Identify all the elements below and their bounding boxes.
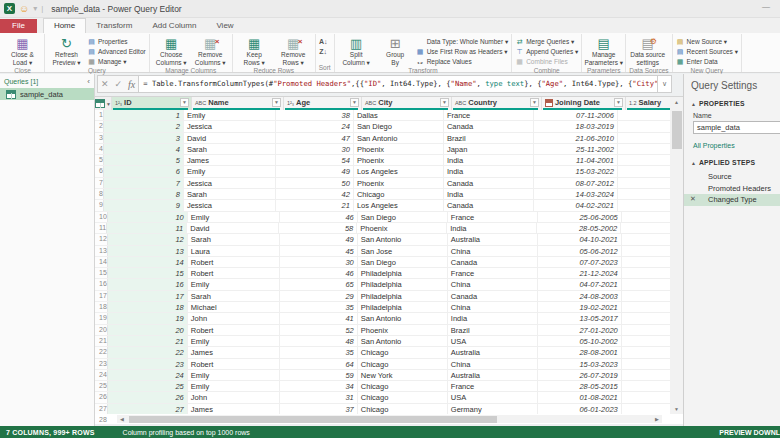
grid-cell[interactable]: 06-01-2023 (538, 404, 622, 414)
delete-step-icon[interactable]: ✕ (690, 195, 696, 203)
tab-file[interactable]: File (0, 19, 37, 33)
sort-ascending-button[interactable]: A↓ (319, 37, 330, 46)
grid-cell[interactable]: Chicago (358, 381, 448, 391)
grid-cell[interactable]: 42 (276, 189, 354, 199)
grid-cell[interactable]: 05-06-2012 (538, 246, 622, 256)
grid-cell[interactable]: Chicago (358, 392, 448, 402)
grid-cell[interactable]: Robert (188, 257, 280, 267)
applied-step-promoted-headers[interactable]: Promoted Headers (691, 183, 780, 195)
formula-input[interactable]: = Table.TransformColumnTypes(#"Promoted … (138, 75, 658, 93)
row-number[interactable]: 16 (95, 279, 108, 289)
grid-cell[interactable]: 64 (280, 359, 358, 369)
row-number[interactable]: 18 (95, 302, 108, 312)
column-header-joining-date[interactable]: Joining Date▼ (542, 97, 626, 110)
grid-cell[interactable]: Sarah (184, 144, 276, 154)
refresh-preview-button[interactable]: ↻RefreshPreview ▾ (48, 35, 85, 66)
grid-cell[interactable]: 58 (279, 223, 357, 233)
grid-cell[interactable]: 17 (108, 291, 188, 301)
row-number[interactable]: 27 (95, 404, 108, 414)
grid-cell[interactable]: 35 (280, 347, 358, 357)
scroll-left-icon[interactable]: ◀ (117, 416, 127, 422)
vertical-scroll-thumb[interactable] (672, 111, 682, 149)
grid-cell[interactable]: 23 (108, 359, 188, 369)
grid-cell[interactable]: Brazil (448, 325, 538, 335)
grid-cell[interactable]: Australia (448, 347, 538, 357)
row-number[interactable]: 15 (95, 268, 108, 278)
vertical-scrollbar[interactable]: ▲ ▼ (670, 97, 683, 414)
query-item-sample_data[interactable]: sample_data (0, 88, 94, 100)
properties-section-header[interactable]: ▲ PROPERTIES (691, 100, 780, 107)
grid-cell[interactable]: 25-06-2005 (538, 212, 622, 222)
grid-cell[interactable]: Michael (188, 302, 280, 312)
grid-cell[interactable]: 10 (108, 212, 188, 222)
column-header-id[interactable]: 1²₃ID▼ (112, 97, 192, 110)
grid-cell[interactable]: 24 (108, 370, 188, 380)
grid-cell[interactable]: France (448, 381, 538, 391)
grid-cell[interactable]: Philadelphia (358, 291, 448, 301)
grid-cell[interactable]: 25-11-2002 (534, 144, 618, 154)
merge-queries-button[interactable]: ⇄Merge Queries ▾ (515, 37, 578, 46)
grid-cell[interactable]: 27-01-2020 (538, 325, 622, 335)
grid-cell[interactable]: 9 (104, 200, 184, 210)
grid-cell[interactable]: 30 (280, 257, 358, 267)
grid-cell[interactable]: 11-04-2001 (534, 155, 618, 165)
grid-cell[interactable]: San Diego (358, 212, 448, 222)
grid-cell[interactable]: Chicago (354, 189, 444, 199)
grid-cell[interactable]: 5 (104, 155, 184, 165)
grid-cell[interactable]: 45 (280, 246, 358, 256)
grid-cell[interactable]: Phoenix (358, 325, 448, 335)
grid-cell[interactable]: Emily (188, 336, 280, 346)
recent-sources-button[interactable]: ▤Recent Sources ▾ (676, 47, 738, 56)
row-number[interactable]: 1 (95, 110, 104, 120)
tab-view[interactable]: View (206, 19, 243, 33)
grid-cell[interactable]: Phoenix (354, 178, 444, 188)
filter-dropdown-icon[interactable]: ▼ (350, 98, 359, 107)
grid-cell[interactable]: 21 (276, 200, 354, 210)
scroll-down-icon[interactable]: ▼ (670, 406, 683, 412)
grid-cell[interactable]: Canada (444, 178, 534, 188)
grid-cell[interactable]: India (447, 223, 537, 233)
grid-cell[interactable]: 49 (280, 234, 358, 244)
grid-cell[interactable]: Canada (448, 291, 538, 301)
grid-cell[interactable]: New York (358, 370, 448, 380)
row-number[interactable]: 2 (95, 121, 104, 131)
grid-cell[interactable]: Philadelphia (358, 302, 448, 312)
row-number[interactable]: 25 (95, 381, 108, 391)
group-by-button[interactable]: ⊞GroupBy (377, 35, 414, 66)
grid-cell[interactable]: 29 (280, 291, 358, 301)
column-header-age[interactable]: 1²₃Age▼ (284, 97, 362, 110)
grid-cell[interactable]: Laura (188, 246, 280, 256)
grid-cell[interactable]: 34 (280, 381, 358, 391)
grid-cell[interactable]: 21-06-2010 (534, 133, 618, 143)
row-number[interactable]: 11 (95, 223, 107, 233)
grid-cell[interactable]: Canada (444, 200, 534, 210)
formula-expand-icon[interactable]: ∨ (658, 75, 672, 93)
grid-cell[interactable]: 21-12-2024 (538, 268, 622, 278)
manage-parameters-button[interactable]: ▤ManageParameters ▾ (585, 35, 622, 66)
grid-cell[interactable]: 35 (280, 302, 358, 312)
row-number[interactable]: 20 (95, 325, 108, 335)
grid-cell[interactable]: Australia (448, 370, 538, 380)
grid-cell[interactable]: China (448, 246, 538, 256)
grid-cell[interactable]: John (188, 313, 280, 323)
grid-cell[interactable]: 07-07-2023 (538, 257, 622, 267)
row-number[interactable]: 12 (95, 234, 108, 244)
grid-cell[interactable]: France (448, 212, 538, 222)
grid-cell[interactable]: Emily (188, 381, 280, 391)
grid-cell[interactable]: James (188, 347, 280, 357)
grid-cell[interactable]: USA (448, 392, 538, 402)
grid-cell[interactable]: 27 (108, 404, 188, 414)
grid-cell[interactable]: Jessica (184, 200, 276, 210)
grid-cell[interactable]: Sarah (184, 189, 276, 199)
row-number[interactable]: 21 (95, 336, 108, 346)
grid-cell[interactable]: San Antonio (358, 234, 448, 244)
grid-cell[interactable]: 20 (108, 325, 188, 335)
data-type-whole-number-button[interactable]: Data Type: Whole Number ▾ (416, 37, 509, 46)
minimize-icon[interactable]: — (762, 2, 770, 11)
grid-cell[interactable]: 13 (108, 246, 188, 256)
scroll-up-icon[interactable]: ▲ (670, 99, 683, 105)
grid-cell[interactable]: 48 (280, 336, 358, 346)
quick-access-dropdown-icon[interactable]: ▾ (33, 4, 37, 13)
grid-cell[interactable]: Germany (448, 404, 538, 414)
grid-cell[interactable]: 30 (276, 144, 354, 154)
